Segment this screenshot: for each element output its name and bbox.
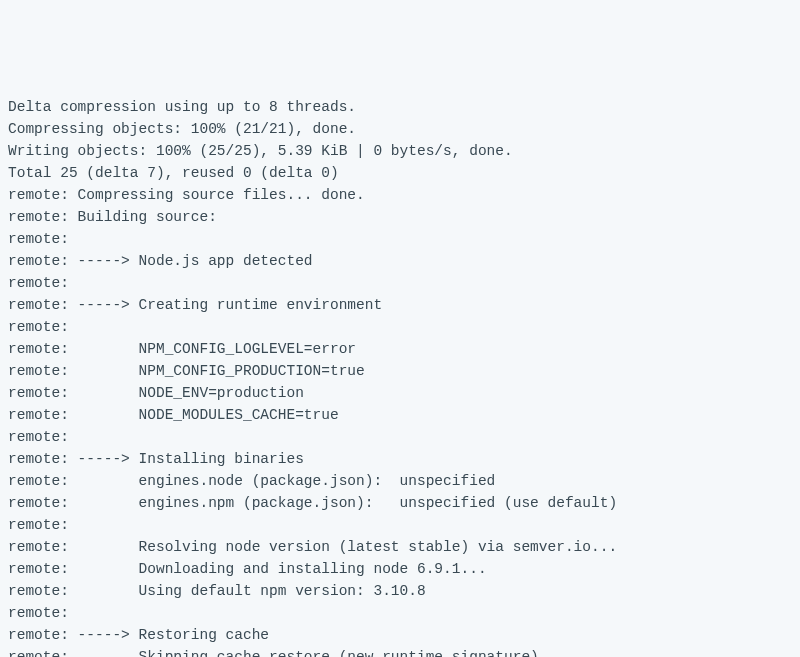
terminal-line: remote: [8,272,792,294]
terminal-line: remote: Skipping cache restore (new runt… [8,646,792,657]
terminal-line: remote: NODE_ENV=production [8,382,792,404]
terminal-line: Total 25 (delta 7), reused 0 (delta 0) [8,162,792,184]
terminal-line: remote: NPM_CONFIG_LOGLEVEL=error [8,338,792,360]
terminal-line: remote: NODE_MODULES_CACHE=true [8,404,792,426]
terminal-line: Compressing objects: 100% (21/21), done. [8,118,792,140]
terminal-line: remote: Building source: [8,206,792,228]
terminal-line: remote: [8,426,792,448]
terminal-line: remote: -----> Installing binaries [8,448,792,470]
terminal-line: remote: engines.npm (package.json): unsp… [8,492,792,514]
terminal-line: remote: NPM_CONFIG_PRODUCTION=true [8,360,792,382]
terminal-line: remote: Downloading and installing node … [8,558,792,580]
terminal-line: remote: -----> Node.js app detected [8,250,792,272]
terminal-line: remote: -----> Restoring cache [8,624,792,646]
terminal-line: remote: [8,514,792,536]
terminal-line: remote: -----> Creating runtime environm… [8,294,792,316]
terminal-line: remote: Compressing source files... done… [8,184,792,206]
terminal-line: remote: Using default npm version: 3.10.… [8,580,792,602]
terminal-line: remote: [8,316,792,338]
terminal-line: remote: [8,228,792,250]
terminal-line: remote: [8,602,792,624]
terminal-line: Delta compression using up to 8 threads. [8,96,792,118]
terminal-line: remote: engines.node (package.json): uns… [8,470,792,492]
terminal-line: remote: Resolving node version (latest s… [8,536,792,558]
terminal-output: Delta compression using up to 8 threads.… [8,96,792,657]
terminal-line: Writing objects: 100% (25/25), 5.39 KiB … [8,140,792,162]
